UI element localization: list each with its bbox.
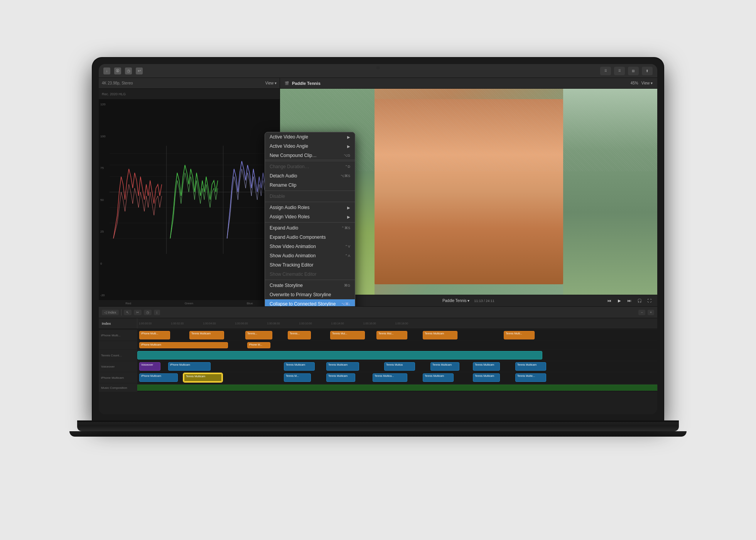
menu-item-overwrite-primary[interactable]: Overwrite to Primary Storyline [265, 290, 355, 299]
track-label-2 [99, 341, 137, 349]
clip-phone-multicam-conn[interactable]: Phone M... [247, 342, 270, 348]
timeline-tool-2[interactable]: ✂ [134, 310, 142, 315]
menu-item-active-video-angle-2[interactable]: Active Video Angle ▶ [265, 142, 355, 151]
track-content-2: iPhone Multicam Phone M... [137, 341, 657, 349]
submenu-arrow-1: ▶ [347, 135, 350, 139]
clip-tennis-mul-3[interactable]: Tennis Multicam [423, 331, 457, 339]
clip-tennis-multica-3[interactable]: Tennis Multicam [473, 373, 500, 382]
menu-label-new-compound-clip: New Compound Clip… [270, 153, 317, 158]
import-icon[interactable]: ↓ [103, 68, 110, 74]
menu-item-collapse-connected[interactable]: Collapse to Connected Storyline ⌥⌘↓ [265, 299, 355, 306]
clip-tennis-mc-vo-4[interactable]: Tennis Multicam [430, 362, 459, 371]
clip-tennis-mc-vo-3[interactable]: Tennis Multca [384, 362, 415, 371]
clip-tennis-multi-2[interactable]: Tennis... [245, 331, 272, 339]
menu-item-expand-audio[interactable]: Expand Audio ⌃⌘S [265, 223, 355, 233]
clip-tennis-count[interactable] [137, 351, 542, 359]
rewind-btn[interactable]: ⏮ [606, 297, 613, 305]
macbook-hinge [77, 420, 679, 422]
clip-tennis-multi-3[interactable]: Tennis... [288, 331, 311, 339]
clip-iphone-multicam-conn[interactable]: iPhone Multicam [139, 342, 228, 348]
toolbar-btn-2[interactable]: ⠿ [614, 67, 625, 75]
menu-item-new-compound-clip[interactable]: New Compound Clip… ⌥G [265, 151, 355, 160]
menu-label-overwrite-primary: Overwrite to Primary Storyline [270, 292, 331, 297]
timeline-tool-1[interactable]: ↖ [124, 310, 132, 315]
channel-labels: Red Green Blue [99, 300, 280, 306]
menu-item-assign-audio-roles[interactable]: Assign Audio Roles ▶ [265, 203, 355, 212]
clip-tennis-mul-4[interactable]: Tennis Multi... [504, 331, 535, 339]
play-btn[interactable]: ▶ [616, 297, 623, 305]
divider-4 [265, 222, 355, 223]
menu-label-active-video-angle-2: Active Video Angle [270, 143, 308, 149]
menu-item-create-storyline[interactable]: Create Storyline ⌘G [265, 281, 355, 290]
clip-tennis-mc-vo-2[interactable]: Tennis Multicam [326, 362, 359, 371]
menu-item-show-audio-animation[interactable]: Show Audio Animation ⌃A [265, 251, 355, 260]
clip-tennis-mul-2[interactable]: Tennis Mul... [376, 331, 407, 339]
fastforward-btn[interactable]: ⏭ [626, 297, 633, 305]
index-label-text: Index [102, 322, 111, 326]
timer-icon[interactable]: ◷ [125, 68, 132, 74]
record-icon[interactable]: ⦿ [114, 68, 121, 74]
track-content-tennis [137, 350, 657, 361]
view-btn[interactable]: View ▾ [265, 81, 277, 85]
green-label: Green [185, 302, 193, 305]
clip-tennis-m-1[interactable]: Tennis M... [284, 373, 311, 382]
back-icon[interactable]: ↩ [136, 68, 143, 74]
menu-label-expand-audio-components: Expand Audio Components [270, 235, 326, 240]
music-waveform [137, 385, 657, 391]
table-row: iPhone Multicam Phone M... [99, 341, 657, 349]
clip-tennis-multica-2[interactable]: Tennis Multicam [423, 373, 454, 382]
zoom-in-btn[interactable]: + [648, 310, 654, 315]
menu-item-expand-audio-components[interactable]: Expand Audio Components [265, 233, 355, 242]
zoom-out-btn[interactable]: − [638, 310, 645, 315]
submenu-arrow-audio: ▶ [347, 206, 350, 210]
menu-label-create-storyline: Create Storyline [270, 283, 303, 288]
clip-tennis-mc-2[interactable]: Tennis Multicam [326, 373, 355, 382]
clip-iphone-multi-1[interactable]: iPhone Multi... [139, 331, 170, 339]
divider-5 [265, 280, 355, 280]
y-neg20: -20 [100, 294, 108, 297]
submenu-arrow-2: ▶ [347, 144, 350, 148]
red-label: Red [125, 302, 131, 305]
timeline-ruler-header: Index 1:00:00:00 1:00:02:00 1:00:04:00 1… [99, 318, 657, 329]
index-btn[interactable]: ◁ Index [102, 310, 119, 315]
divider-2 [265, 191, 355, 191]
clip-tennis-mc-vo-6[interactable]: Tennis Multicam [515, 362, 546, 371]
menu-item-show-tracking-editor[interactable]: Show Tracking Editor [265, 260, 355, 270]
fullscreen-btn[interactable]: ⛶ [646, 297, 653, 305]
menu-item-assign-video-roles[interactable]: Assign Video Roles ▶ [265, 212, 355, 221]
share-btn[interactable]: ⬆ [642, 67, 653, 75]
menu-label-collapse-connected: Collapse to Connected Storyline [270, 301, 336, 306]
clip-tennis-multicam-1[interactable]: Tennis Multicam [189, 331, 224, 339]
macbook-laptop: ↓ ⦿ ◷ ↩ ⠿ ⠿ ⊞ ⬆ [77, 58, 679, 482]
clip-tennis-mul-1[interactable]: Tennis Mul... [330, 331, 365, 339]
shortcut-expand-audio: ⌃⌘S [341, 226, 350, 230]
menu-item-active-video-angle[interactable]: Active Video Angle ▶ [265, 132, 355, 142]
clip-voiceover[interactable]: Voiceover [139, 362, 160, 371]
track-content-voiceover: Voiceover iPhone Multicam Tennis Multica… [137, 361, 657, 372]
table-row: Voiceover Voiceover iPhone Multicam Tenn… [99, 361, 657, 372]
clip-iphone-multi-vo[interactable]: iPhone Multicam [168, 362, 211, 371]
headphones-btn[interactable]: 🎧 [636, 297, 643, 305]
toolbar-btn-3[interactable]: ⊞ [628, 67, 639, 75]
viewer-zoom: 45% [631, 81, 638, 85]
camera-dot [376, 66, 380, 69]
toolbar-right: ⠿ ⠿ ⊞ ⬆ [600, 67, 653, 75]
clip-tennis-multic-end[interactable]: Tennis Multic... [515, 373, 546, 382]
menu-item-disable: Disable [265, 192, 355, 201]
timeline-tool-3[interactable]: ◷ [144, 310, 152, 315]
timeline-tool-4[interactable]: ↕ [154, 310, 160, 315]
view-menu-btn[interactable]: View ▾ [641, 81, 653, 85]
toolbar-btn-1[interactable]: ⠿ [600, 67, 611, 75]
clip-tennis-mc-vo[interactable]: Tennis Multicam [284, 362, 315, 371]
shortcut-audio-animation: ⌃A [345, 254, 350, 258]
table-row: iPhone Multi... iPhone Multi... Tennis M… [99, 330, 657, 341]
menu-item-show-video-animation[interactable]: Show Video Animation ⌃V [265, 242, 355, 251]
clip-tennis-multica-1[interactable]: Tennis Multica... [373, 373, 407, 382]
menu-item-rename-clip[interactable]: Rename Clip [265, 181, 355, 190]
clip-tennis-mc-vo-5[interactable]: Tennis Multicam [473, 362, 500, 371]
clip-iphone-mc-main[interactable]: iPhone Multicam [139, 373, 178, 382]
clip-tennis-mc-selected[interactable]: Tennis Multicam [184, 373, 222, 382]
menu-item-detach-audio[interactable]: Detach Audio ⌥⌘S [265, 171, 355, 181]
timeline-tracks: iPhone Multi... iPhone Multi... Tennis M… [99, 329, 657, 414]
table-row: Music Composition [99, 383, 657, 392]
